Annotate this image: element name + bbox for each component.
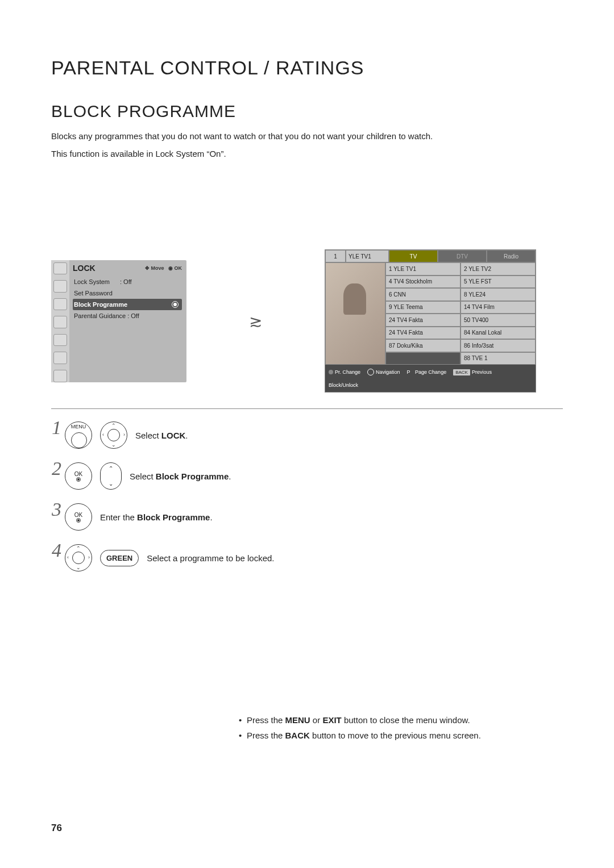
- move-icon: ✥: [145, 265, 150, 271]
- ok-icon: ◉: [168, 265, 173, 271]
- menu-button-label: MENU: [65, 424, 92, 429]
- programme-list-footer: Pr. Change Navigation P Page Change BACK…: [325, 365, 536, 392]
- ok-button[interactable]: OK: [65, 503, 92, 531]
- section-title: BLOCK PROGRAMME: [51, 102, 563, 121]
- programme-item[interactable]: 86 Info/3sat: [460, 339, 536, 352]
- note-bold: MENU: [285, 715, 310, 725]
- dpad-right-icon: ›: [123, 432, 125, 437]
- programme-item[interactable]: 88 TVE 1: [460, 352, 536, 365]
- lock-system-row[interactable]: Lock System : Off: [73, 276, 182, 287]
- intro-text-2: This function is available in Lock Syste…: [51, 149, 563, 158]
- dpad-button[interactable]: ⌃ ⌄ ‹ ›: [100, 422, 127, 449]
- note-text: or: [310, 715, 323, 725]
- menu-icon: [53, 298, 67, 311]
- dpad-left-icon: ‹: [102, 432, 104, 437]
- page-title: PARENTAL CONTROL / RATINGS: [51, 57, 563, 79]
- set-password-label: Set Password: [74, 290, 113, 297]
- programme-list-screenshot: 1 YLE TV1 TV DTV Radio 1 YLE TV1 4 TV4 S…: [325, 249, 536, 393]
- ok-button-label: OK: [74, 471, 82, 477]
- step-text-part: Enter the: [100, 512, 137, 522]
- programme-item-empty: [385, 352, 460, 365]
- programme-column-left: 1 YLE TV1 4 TV4 Stockholm 6 CNN 9 YLE Te…: [385, 262, 460, 365]
- dpad-left-icon: ‹: [67, 554, 69, 560]
- footer-navigation: Navigation: [376, 369, 400, 375]
- dpad-down-icon: ⌄: [101, 442, 127, 448]
- step-2-text: Select Block Programme.: [130, 471, 231, 481]
- programme-item[interactable]: 9 YLE Teema: [385, 301, 460, 314]
- step-text-part: .: [185, 431, 188, 440]
- programme-item[interactable]: 2 YLE TV2: [460, 262, 536, 276]
- programme-item[interactable]: 84 Kanal Lokal: [460, 327, 536, 340]
- menu-icon: [53, 262, 67, 275]
- programme-item[interactable]: 24 TV4 Fakta: [385, 314, 460, 327]
- current-channel-number: 1: [325, 250, 346, 262]
- step-text-bold: Block Programme: [137, 512, 210, 522]
- dpad-button[interactable]: ⌃ ⌄ ‹ ›: [65, 544, 92, 571]
- step-text-part: Select: [135, 431, 161, 440]
- programme-item[interactable]: 4 TV4 Stockholm: [385, 276, 460, 289]
- page-number: 76: [51, 823, 62, 834]
- arrow-icon: ≳: [249, 312, 262, 331]
- note-bold: BACK: [285, 731, 310, 740]
- preview-thumbnail: [325, 262, 385, 365]
- ok-dot-icon: [76, 518, 81, 523]
- note-text: button to move to the previous menu scre…: [310, 731, 481, 740]
- menu-icon: [53, 352, 67, 364]
- note-bold: EXIT: [322, 715, 341, 725]
- tab-tv[interactable]: TV: [389, 250, 438, 262]
- step-text-bold: LOCK: [161, 431, 186, 440]
- block-programme-label: Block Programme: [74, 301, 127, 308]
- step-number-1: 1: [51, 417, 61, 439]
- tab-dtv[interactable]: DTV: [438, 250, 487, 262]
- programme-column-right: 2 YLE TV2 5 YLE FST 8 YLE24 14 TV4 Film …: [460, 262, 536, 365]
- parental-guidance-row[interactable]: Parental Guidance : Off: [73, 310, 182, 322]
- dpad-up-icon: ⌃: [65, 545, 92, 551]
- block-programme-row[interactable]: Block Programme: [73, 299, 182, 310]
- ok-button-label: OK: [74, 512, 82, 518]
- step-3-text: Enter the Block Programme.: [100, 512, 213, 522]
- step-number-4: 4: [51, 540, 61, 561]
- footer-previous: Previous: [472, 369, 492, 375]
- step-text-part: .: [210, 512, 212, 522]
- lock-system-value: : Off: [120, 278, 132, 285]
- menu-icon: [53, 280, 67, 293]
- footer-page-change: Page Change: [415, 369, 446, 375]
- dpad-right-icon: ›: [88, 554, 90, 560]
- selected-indicator-icon: [172, 301, 179, 308]
- lock-menu-screenshot: LOCK ✥ Move ◉ OK Lock System : Off Set P…: [51, 260, 186, 382]
- menu-icon: [53, 334, 67, 347]
- programme-item[interactable]: 8 YLE24: [460, 288, 536, 301]
- note-text: button to close the menu window.: [342, 715, 470, 725]
- lock-menu-title: LOCK: [73, 264, 96, 273]
- ok-button[interactable]: OK: [65, 462, 92, 490]
- footer-p-label: P: [407, 369, 410, 375]
- ok-dot-icon: [76, 477, 81, 482]
- notes-list: Press the MENU or EXIT button to close t…: [216, 715, 481, 746]
- step-text-part: Select: [130, 471, 156, 481]
- note-text: Press the: [247, 715, 285, 725]
- up-icon: ⌃: [101, 465, 121, 471]
- set-password-row[interactable]: Set Password: [73, 287, 182, 299]
- step-1-text: Select LOCK.: [135, 431, 188, 440]
- lock-system-label: Lock System: [74, 278, 110, 285]
- bullet-icon: [329, 370, 333, 374]
- menu-icon: [53, 316, 67, 328]
- programme-item[interactable]: 6 CNN: [385, 288, 460, 301]
- menu-button[interactable]: MENU: [65, 422, 92, 449]
- programme-item[interactable]: 50 TV400: [460, 314, 536, 327]
- dpad-up-icon: ⌃: [101, 423, 127, 428]
- programme-item[interactable]: 87 Doku/Kika: [385, 339, 460, 352]
- updown-button[interactable]: ⌃ ⌄: [100, 462, 122, 490]
- programme-item[interactable]: 14 TV4 Film: [460, 301, 536, 314]
- step-text-part: .: [229, 471, 231, 481]
- green-button[interactable]: GREEN: [100, 550, 139, 566]
- programme-item[interactable]: 5 YLE FST: [460, 276, 536, 289]
- tab-radio[interactable]: Radio: [487, 250, 536, 262]
- programme-item[interactable]: 1 YLE TV1: [385, 262, 460, 276]
- divider: [51, 408, 563, 409]
- step-4-text: Select a programme to be locked.: [147, 553, 274, 563]
- back-badge: BACK: [453, 369, 470, 375]
- dpad-down-icon: ⌄: [65, 565, 92, 570]
- programme-item[interactable]: 24 TV4 Fakta: [385, 327, 460, 340]
- nav-icon: [367, 369, 374, 375]
